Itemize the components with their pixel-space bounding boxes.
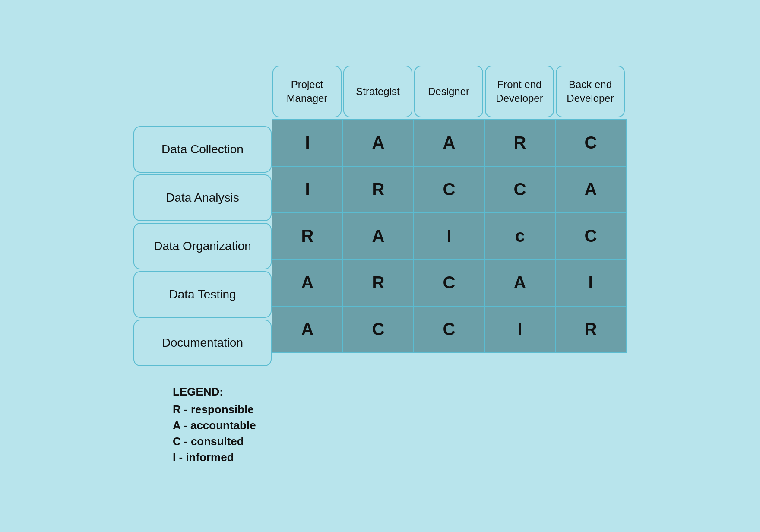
cell-4-1: C — [343, 306, 414, 353]
legend: LEGEND: R - responsibleA - accountableC … — [173, 385, 256, 467]
row-label-4: Documentation — [133, 320, 272, 366]
grid-section: Project ManagerStrategistDesignerFront e… — [272, 66, 627, 353]
cell-4-3: I — [484, 306, 555, 353]
cell-0-2: A — [414, 120, 484, 166]
col-header-designer: Designer — [414, 66, 483, 117]
row-label-1: Data Analysis — [133, 174, 272, 221]
row-label-2: Data Organization — [133, 223, 272, 269]
cell-2-4: C — [555, 213, 626, 260]
row-label-3: Data Testing — [133, 271, 272, 318]
grid-row-3: ARCAI — [272, 260, 626, 306]
cell-1-1: R — [343, 166, 414, 213]
cell-0-0: I — [272, 120, 343, 166]
cell-0-4: C — [555, 120, 626, 166]
legend-item-1: A - accountable — [173, 419, 256, 432]
cell-4-4: R — [555, 306, 626, 353]
cell-3-3: A — [484, 260, 555, 306]
legend-item-3: I - informed — [173, 451, 256, 464]
cell-3-1: R — [343, 260, 414, 306]
cell-3-2: C — [414, 260, 484, 306]
cell-2-1: A — [343, 213, 414, 260]
row-label-0: Data Collection — [133, 126, 272, 173]
cell-3-0: A — [272, 260, 343, 306]
cell-1-2: C — [414, 166, 484, 213]
col-headers: Project ManagerStrategistDesignerFront e… — [272, 66, 627, 117]
cell-1-3: C — [484, 166, 555, 213]
cell-3-4: I — [555, 260, 626, 306]
col-header-front-end-developer: Front end Developer — [485, 66, 554, 117]
main-container: Data CollectionData AnalysisData Organiz… — [0, 48, 760, 484]
cell-0-3: R — [484, 120, 555, 166]
cell-4-0: A — [272, 306, 343, 353]
legend-item-2: C - consulted — [173, 435, 256, 448]
cell-4-2: C — [414, 306, 484, 353]
cell-0-1: A — [343, 120, 414, 166]
cell-2-3: c — [484, 213, 555, 260]
grid-row-4: ACCIR — [272, 306, 626, 353]
raci-wrapper: Data CollectionData AnalysisData Organiz… — [26, 66, 734, 368]
grid-row-0: IAARC — [272, 120, 626, 166]
legend-title: LEGEND: — [173, 385, 256, 399]
cell-1-4: A — [555, 166, 626, 213]
raci-grid: IAARCIRCCARAIcCARCAIACCIR — [272, 119, 627, 353]
grid-row-2: RAIcC — [272, 213, 626, 260]
grid-row-1: IRCCA — [272, 166, 626, 213]
cell-2-2: I — [414, 213, 484, 260]
cell-1-0: I — [272, 166, 343, 213]
col-header-project-manager: Project Manager — [272, 66, 342, 117]
row-labels: Data CollectionData AnalysisData Organiz… — [133, 126, 272, 368]
cell-2-0: R — [272, 213, 343, 260]
legend-item-0: R - responsible — [173, 403, 256, 416]
col-header-back-end-developer: Back end Developer — [556, 66, 625, 117]
col-header-strategist: Strategist — [343, 66, 412, 117]
